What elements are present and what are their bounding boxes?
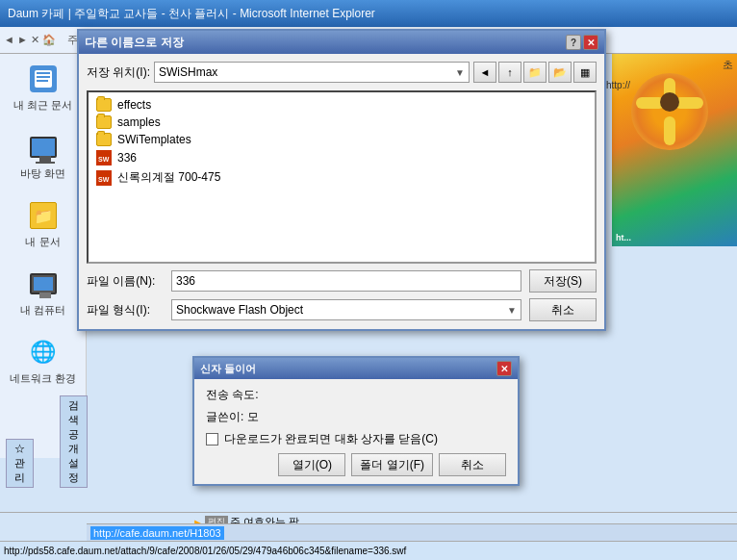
right-text: 초 <box>602 54 737 76</box>
dialog-title-buttons: ? ✕ <box>566 35 598 50</box>
sidebar-item-mycomputer[interactable]: 내 컴퓨터 <box>20 268 65 318</box>
search-settings-button[interactable]: 검색공개 설정 <box>60 395 88 488</box>
checkbox-row: 다운로드가 완료되면 대화 상자를 닫음(C) <box>206 431 506 447</box>
file-name-336: 336 <box>117 151 137 165</box>
sidebar-item-mydocs[interactable]: 📁 내 문서 <box>25 200 60 249</box>
list-item[interactable]: SW 신록의계절 700-475 <box>92 167 591 188</box>
swf-icon: SW <box>96 150 112 165</box>
writer-row: 글쓴이: 모 <box>206 409 506 425</box>
location-value: SWiSHmax <box>159 65 217 79</box>
download-title: 신자 들이어 <box>200 362 256 376</box>
url-display-area: http://cafe.daum.net/H1803 <box>87 523 737 541</box>
computer-icon <box>28 268 59 299</box>
svg-text:SW: SW <box>98 176 110 183</box>
download-close-button[interactable]: ✕ <box>496 361 512 376</box>
download-body: 전송 속도: 글쓴이: 모 다운로드가 완료되면 대화 상자를 닫음(C) 열기… <box>194 379 518 484</box>
nav-view-button[interactable]: ▦ <box>573 62 597 83</box>
file-name-switemplates: SWiTemplates <box>117 133 191 146</box>
open-button[interactable]: 열기(O) <box>278 453 345 476</box>
manage-button[interactable]: ☆ 관리 <box>6 439 34 488</box>
close-checkbox[interactable] <box>206 433 218 445</box>
file-list-area: effects samples SWiTemplates <box>87 90 597 264</box>
list-item[interactable]: SWiTemplates <box>92 131 591 148</box>
my-docs-icon: 📁 <box>28 200 59 231</box>
browser-titlebar: Daum 카페 | 주일학교 교사들 - 천사 플러시 - Microsoft … <box>0 0 737 27</box>
list-item[interactable]: SW 336 <box>92 148 591 167</box>
cancel-button[interactable]: 취소 <box>529 298 597 321</box>
checkbox-label: 다운로드가 완료되면 대화 상자를 닫음(C) <box>224 431 438 447</box>
folder-icon <box>96 133 112 146</box>
sidebar-item-desktop[interactable]: 바탕 화면 <box>20 132 65 181</box>
download-titlebar: 신자 들이어 ✕ <box>194 358 518 379</box>
nav-back-button[interactable]: ◄ <box>473 62 496 83</box>
dialog-body: 저장 위치(I): SWiSHmax ▼ ◄ ↑ 📁 📂 ▦ <box>79 54 604 329</box>
recent-docs-icon <box>28 64 59 94</box>
download-cancel-button[interactable]: 취소 <box>439 453 506 476</box>
folder-icon <box>96 98 112 112</box>
save-button[interactable]: 저장(S) <box>529 269 597 293</box>
list-item[interactable]: samples <box>92 114 591 131</box>
save-as-dialog: 다른 이름으로 저장 ? ✕ 저장 위치(I): SWiSHmax ▼ ◄ ↑ … <box>77 29 606 331</box>
nav-buttons: ◄ ↑ 📁 📂 ▦ <box>473 62 597 83</box>
filetype-value: Shockwave Flash Object <box>176 303 303 317</box>
filetype-label: 파일 형식(I): <box>87 302 164 318</box>
filename-row: 파일 이름(N): 저장(S) <box>87 269 597 293</box>
url-highlight[interactable]: http://cafe.daum.net/H1803 <box>90 526 224 540</box>
list-item[interactable]: effects <box>92 96 591 114</box>
page-right-content: 초 http:// <box>602 54 737 94</box>
dialog-title: 다른 이름으로 저장 <box>85 35 184 51</box>
network-icon: 🌐 <box>28 337 59 368</box>
status-bar: http://pds58.cafe.daum.net/attach/9/cafe… <box>0 541 737 560</box>
status-url: http://pds58.cafe.daum.net/attach/9/cafe… <box>4 546 406 556</box>
browser-window: Daum 카페 | 주일학교 교사들 - 천사 플러시 - Microsoft … <box>0 0 737 560</box>
nav-folder-button[interactable]: 📁 <box>523 62 546 83</box>
svg-text:SW: SW <box>98 156 110 163</box>
dialog-titlebar: 다른 이름으로 저장 ? ✕ <box>79 31 604 54</box>
download-dialog: 신자 들이어 ✕ 전송 속도: 글쓴이: 모 다운로드가 완료되면 대화 상자를… <box>192 356 520 486</box>
swf-icon: SW <box>96 170 112 186</box>
filename-input[interactable] <box>171 270 521 292</box>
location-bar: 저장 위치(I): SWiSHmax ▼ ◄ ↑ 📁 📂 ▦ <box>87 62 597 83</box>
desktop-icon <box>28 132 59 163</box>
file-name-effects: effects <box>117 98 151 112</box>
file-name-samples: samples <box>117 115 161 129</box>
folder-icon <box>96 115 112 129</box>
browser-title: Daum 카페 | 주일학교 교사들 - 천사 플러시 - Microsoft … <box>8 6 375 22</box>
writer-label: 글쓴이: 모 <box>206 409 259 425</box>
location-combo[interactable]: SWiSHmax ▼ <box>154 62 470 83</box>
image-caption: ht... <box>616 233 631 242</box>
speed-label: 전송 속도: <box>206 387 259 403</box>
nav-up-button[interactable]: ↑ <box>498 62 521 83</box>
location-label: 저장 위치(I): <box>87 64 150 81</box>
open-folder-button[interactable]: 폴더 열기(F) <box>351 453 433 476</box>
download-buttons: 열기(O) 폴더 열기(F) 취소 <box>206 453 506 476</box>
dialog-help-button[interactable]: ? <box>566 35 581 50</box>
sidebar-label-recent: 내 최근 문서 <box>13 98 72 113</box>
file-name-sinrok: 신록의계절 700-475 <box>117 169 220 186</box>
sidebar-label-network: 네트워크 환경 <box>10 371 76 386</box>
sidebar-label-desktop: 바탕 화면 <box>20 166 65 181</box>
sidebar-label-mycomputer: 내 컴퓨터 <box>20 303 65 318</box>
filename-label: 파일 이름(N): <box>87 273 164 290</box>
toolbar-text: ◄ ► ✕ 🏠 주소 <box>4 33 89 47</box>
sidebar-item-network[interactable]: 🌐 네트워크 환경 <box>10 337 76 386</box>
speed-row: 전송 속도: <box>206 387 506 403</box>
nav-newfolder-button[interactable]: 📂 <box>548 62 572 83</box>
dialog-close-button[interactable]: ✕ <box>583 35 598 50</box>
filetype-arrow-icon: ▼ <box>507 305 517 316</box>
right-url: http:// <box>602 76 737 94</box>
filetype-combo[interactable]: Shockwave Flash Object ▼ <box>171 299 521 320</box>
sidebar-item-recent[interactable]: 내 최근 문서 <box>13 64 72 113</box>
filetype-row: 파일 형식(I): Shockwave Flash Object ▼ 취소 <box>87 298 597 321</box>
sidebar-label-mydocs: 내 문서 <box>25 235 60 249</box>
combo-arrow-icon: ▼ <box>455 67 465 78</box>
